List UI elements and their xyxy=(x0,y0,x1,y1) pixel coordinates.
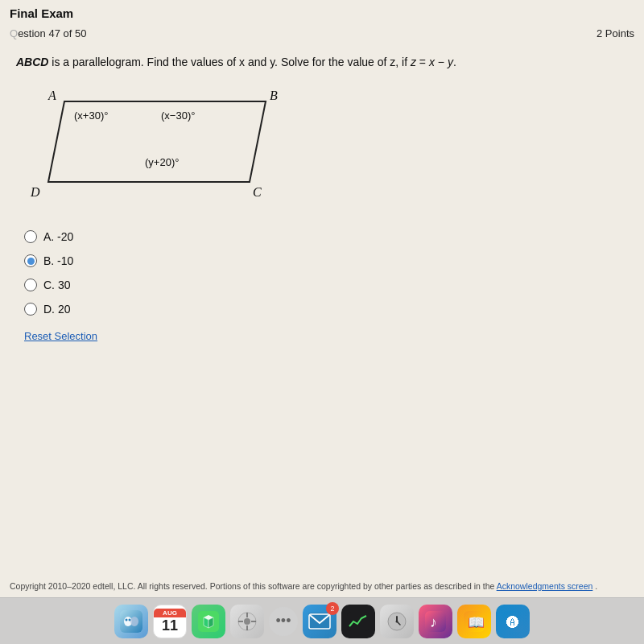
vertex-c: C xyxy=(253,185,262,199)
calendar-month: AUG xyxy=(154,609,186,617)
choice-c[interactable]: C. 30 xyxy=(24,279,620,291)
reset-selection-link[interactable]: Reset Selection xyxy=(24,330,97,342)
acknowledgments-link[interactable]: Acknowledgments screen xyxy=(497,581,593,591)
radio-d[interactable] xyxy=(24,303,37,316)
choice-b-label: B. -10 xyxy=(43,254,73,267)
question-number: Qestion 47 of 50 xyxy=(10,27,86,39)
mail-icon xyxy=(308,613,331,630)
radio-c[interactable] xyxy=(24,279,37,291)
svg-point-2 xyxy=(130,617,138,626)
dock-music[interactable]: ♪ xyxy=(419,605,452,638)
radio-a[interactable] xyxy=(24,230,37,243)
choice-c-label: C. 30 xyxy=(43,279,70,291)
abcd-label: ABCD xyxy=(16,56,48,68)
dock-launchpad[interactable] xyxy=(230,605,264,638)
mail-badge: 2 xyxy=(326,602,339,615)
dock-app-store[interactable]: 🅐 xyxy=(496,605,530,638)
header: Final Exam xyxy=(0,0,644,24)
choice-a[interactable]: A. -20 xyxy=(24,230,620,243)
dock-more[interactable]: ••• xyxy=(269,607,298,636)
footer-text: Copyright 2010–2020 edtell, LLC. All rig… xyxy=(10,581,497,591)
music-icon: ♪ xyxy=(425,611,446,632)
vertex-d: D xyxy=(30,185,40,199)
svg-point-4 xyxy=(129,618,131,621)
macos-dock: AUG 11 ••• 2 xyxy=(0,597,644,644)
svg-rect-12 xyxy=(308,613,331,630)
dock-maps[interactable] xyxy=(192,605,225,638)
dock-time-machine[interactable] xyxy=(380,605,414,638)
dock-finder[interactable] xyxy=(114,605,148,638)
maps-icon xyxy=(198,611,219,632)
radio-b[interactable] xyxy=(24,254,37,267)
radio-b-selected xyxy=(27,258,35,265)
angle-top-left: (x+30)° xyxy=(74,109,108,122)
choice-d[interactable]: D. 20 xyxy=(24,303,620,316)
vertex-a: A xyxy=(47,89,56,102)
choice-d-label: D. 20 xyxy=(43,303,70,316)
dock-calendar[interactable]: AUG 11 xyxy=(153,605,187,638)
svg-point-7 xyxy=(244,618,250,625)
dock-stocks[interactable] xyxy=(341,605,375,638)
answer-choices: A. -20 B. -10 C. 30 D. 20 xyxy=(16,230,628,316)
svg-point-3 xyxy=(126,618,128,621)
parallelogram-diagram: A B C D (x+30)° (x−30)° (y+20)° xyxy=(24,85,298,214)
dock-books[interactable]: 📖 xyxy=(457,605,491,638)
angle-top-right: (x−30)° xyxy=(161,109,195,122)
svg-text:🅐: 🅐 xyxy=(506,616,519,630)
question-text: ABCD is a parallelogram. Find the values… xyxy=(16,54,628,71)
main-content: ABCD is a parallelogram. Find the values… xyxy=(0,46,644,353)
svg-point-18 xyxy=(396,620,398,622)
dock-mail[interactable]: 2 xyxy=(303,605,336,638)
svg-text:📖: 📖 xyxy=(468,614,485,631)
vertex-b: B xyxy=(270,89,278,102)
books-icon: 📖 xyxy=(464,611,485,632)
time-machine-icon xyxy=(386,611,407,632)
choice-a-label: A. -20 xyxy=(43,230,73,243)
stocks-icon xyxy=(347,612,369,631)
finder-icon xyxy=(120,610,142,633)
exam-title: Final Exam xyxy=(10,6,73,20)
choice-b[interactable]: B. -10 xyxy=(24,254,620,267)
angle-bottom-right: (y+20)° xyxy=(145,156,179,168)
footer: Copyright 2010–2020 edtell, LLC. All rig… xyxy=(0,576,644,596)
svg-text:♪: ♪ xyxy=(430,614,437,630)
calendar-day: 11 xyxy=(162,617,178,634)
points-badge: 2 Points xyxy=(597,27,634,39)
launchpad-icon xyxy=(237,612,257,631)
parallelogram-svg: A B C D (x+30)° (x−30)° (y+20)° xyxy=(24,85,298,214)
app-store-icon: 🅐 xyxy=(502,611,523,632)
question-meta: Qestion 47 of 50 2 Points xyxy=(0,24,644,46)
